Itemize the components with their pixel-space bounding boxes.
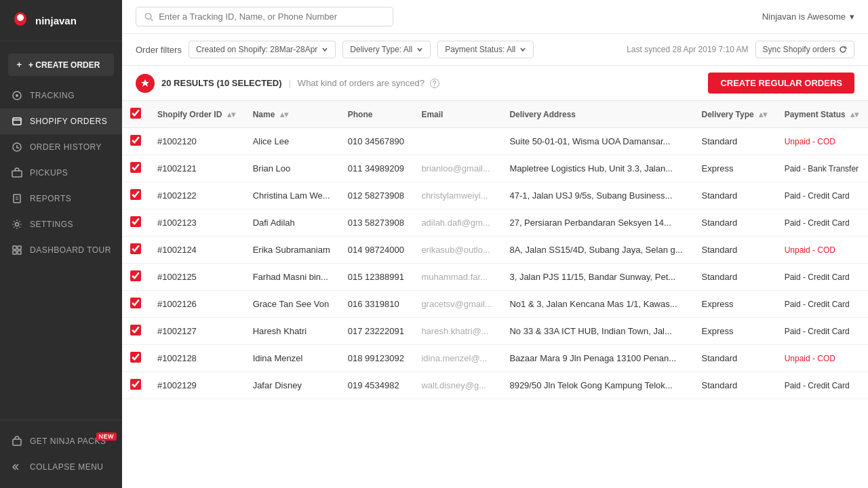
table-row: #1002126 Grace Tan See Von 016 3319810 g… xyxy=(122,291,868,318)
column-header-phone[interactable]: Phone xyxy=(340,101,414,128)
payment-status-filter-dropdown[interactable]: Payment Status: All xyxy=(437,41,534,58)
column-header-delivery-type[interactable]: Delivery Type ▴▾ xyxy=(693,101,776,128)
sidebar-item-shopify-orders[interactable]: SHOPIFY ORDERS xyxy=(0,108,122,134)
sidebar-item-label-dashboard: DASHBOARD TOUR xyxy=(30,245,111,255)
ninja-packs-icon xyxy=(11,435,23,447)
row-checkbox-cell[interactable] xyxy=(122,155,149,182)
search-box[interactable] xyxy=(136,7,393,26)
delivery-type-filter-dropdown[interactable]: Delivery Type: All xyxy=(342,41,431,58)
row-checkbox[interactable] xyxy=(130,216,141,227)
cell-payment-status: Paid - Credit Card xyxy=(776,291,868,318)
search-input[interactable] xyxy=(159,12,384,22)
svg-point-18 xyxy=(145,13,151,18)
logo-icon xyxy=(11,11,30,30)
sync-shopify-orders-button[interactable]: Sync Shopify orders xyxy=(755,41,854,58)
row-checkbox-cell[interactable] xyxy=(122,182,149,209)
cell-delivery-type: Standard xyxy=(693,264,776,291)
row-checkbox-cell[interactable] xyxy=(122,237,149,264)
cell-delivery-address: 47-1, Jalan USJ 9/5s, Subang Business... xyxy=(501,182,693,209)
cell-name: Haresh Khatri xyxy=(245,318,340,345)
svg-rect-8 xyxy=(12,171,22,177)
row-checkbox-cell[interactable] xyxy=(122,372,149,399)
sidebar-item-tracking[interactable]: TRACKING xyxy=(0,83,122,108)
table-row: #1002127 Haresh Khatri 017 23222091 hare… xyxy=(122,318,868,345)
sidebar-item-reports[interactable]: REPORTS xyxy=(0,186,122,211)
cell-delivery-address: Mapletree Logistics Hub, Unit 3.3, Jalan… xyxy=(501,155,693,182)
cell-email: adilah.dafi@gm... xyxy=(413,209,501,237)
row-checkbox[interactable] xyxy=(130,189,141,200)
collapse-menu-button[interactable]: COLLAPSE MENU xyxy=(0,454,122,480)
cell-phone: 010 34567890 xyxy=(340,128,414,155)
cell-delivery-type: Standard xyxy=(693,372,776,399)
cell-phone: 014 98724000 xyxy=(340,237,414,264)
cell-delivery-type: Standard xyxy=(693,237,776,264)
delivery-type-label: Delivery Type: All xyxy=(350,45,412,54)
cell-name: Dafi Adilah xyxy=(245,209,340,237)
sidebar-item-label-history: ORDER HISTORY xyxy=(30,142,102,152)
cell-order-id: #1002126 xyxy=(149,291,245,318)
plus-icon: ＋ xyxy=(15,59,23,70)
row-checkbox[interactable] xyxy=(130,243,141,254)
row-checkbox[interactable] xyxy=(130,135,141,146)
cell-delivery-type: Express xyxy=(693,291,776,318)
get-ninja-packs-button[interactable]: GET NINJA PACKS NEW xyxy=(0,428,122,454)
select-all-header[interactable] xyxy=(122,101,149,128)
sidebar-item-order-history[interactable]: ORDER HISTORY xyxy=(0,134,122,160)
sort-icon: ▴▾ xyxy=(227,110,235,119)
row-checkbox-cell[interactable] xyxy=(122,345,149,372)
column-header-name[interactable]: Name ▴▾ xyxy=(245,101,340,128)
cell-payment-status: Paid - Bank Transfer xyxy=(776,155,868,182)
create-order-button[interactable]: ＋ + CREATE ORDER xyxy=(8,54,114,76)
column-header-payment-status[interactable]: Payment Status ▴▾ xyxy=(776,101,868,128)
svg-point-4 xyxy=(16,94,18,97)
filters-right: Last synced 28 Apr 2019 7:10 AM Sync Sho… xyxy=(627,41,854,58)
sidebar-item-label-tracking: TRACKING xyxy=(30,91,75,100)
row-checkbox-cell[interactable] xyxy=(122,264,149,291)
row-checkbox[interactable] xyxy=(130,379,141,390)
sidebar-item-dashboard-tour[interactable]: DASHBOARD TOUR xyxy=(0,237,122,263)
reports-icon xyxy=(11,192,23,205)
row-checkbox[interactable] xyxy=(130,298,141,308)
cell-delivery-type: Standard xyxy=(693,345,776,372)
cell-payment-status: Paid - Credit Card xyxy=(776,182,868,209)
table-row: #1002121 Brian Loo 011 34989209 brianloo… xyxy=(122,155,868,182)
cell-order-id: #1002121 xyxy=(149,155,245,182)
column-header-email[interactable]: Email xyxy=(413,101,501,128)
column-header-order-id[interactable]: Shopify Order ID ▴▾ xyxy=(149,101,245,128)
cell-delivery-address: 8929/50 Jln Telok Gong Kampung Telok... xyxy=(501,372,693,399)
svg-rect-14 xyxy=(18,246,21,249)
cell-phone: 019 4534982 xyxy=(340,372,414,399)
svg-rect-5 xyxy=(13,118,21,125)
create-order-label: + CREATE ORDER xyxy=(28,60,100,70)
row-checkbox[interactable] xyxy=(130,270,141,281)
row-checkbox[interactable] xyxy=(130,162,141,173)
table-body: #1002120 Alice Lee 010 34567890 Suite 50… xyxy=(122,128,868,399)
cell-order-id: #1002129 xyxy=(149,372,245,399)
cell-email: gracetsv@gmail... xyxy=(413,291,501,318)
sidebar-item-label-shopify: SHOPIFY ORDERS xyxy=(30,117,107,126)
row-checkbox[interactable] xyxy=(130,325,141,336)
sidebar-item-pickups[interactable]: PICKUPS xyxy=(0,160,122,186)
main-content: Ninjavan is Awesome ▾ Order filters Crea… xyxy=(122,0,868,488)
row-checkbox-cell[interactable] xyxy=(122,318,149,345)
create-regular-orders-button[interactable]: CREATE REGULAR ORDERS xyxy=(708,73,854,94)
logo-area: ninjavan xyxy=(0,0,122,41)
pickups-icon xyxy=(11,167,23,179)
table-header-row: Shopify Order ID ▴▾ Name ▴▾ Phone Email xyxy=(122,101,868,128)
chevron-down-icon xyxy=(321,46,328,53)
sidebar: ninjavan ＋ + CREATE ORDER TRACKING SHOPI… xyxy=(0,0,122,488)
row-checkbox-cell[interactable] xyxy=(122,291,149,318)
column-header-delivery-address[interactable]: Delivery Address xyxy=(501,101,693,128)
header-user: Ninjavan is Awesome ▾ xyxy=(762,12,854,22)
select-all-checkbox[interactable] xyxy=(130,108,141,119)
chevron-down-icon xyxy=(519,46,526,53)
cell-name: Brian Loo xyxy=(245,155,340,182)
cell-delivery-type: Express xyxy=(693,155,776,182)
row-checkbox-cell[interactable] xyxy=(122,128,149,155)
chevron-down-icon[interactable]: ▾ xyxy=(850,12,854,22)
cell-order-id: #1002123 xyxy=(149,209,245,237)
sidebar-item-settings[interactable]: SETTINGS xyxy=(0,211,122,237)
date-filter-dropdown[interactable]: Created on Shopify: 28Mar-28Apr xyxy=(189,41,336,58)
row-checkbox-cell[interactable] xyxy=(122,209,149,237)
row-checkbox[interactable] xyxy=(130,352,141,363)
